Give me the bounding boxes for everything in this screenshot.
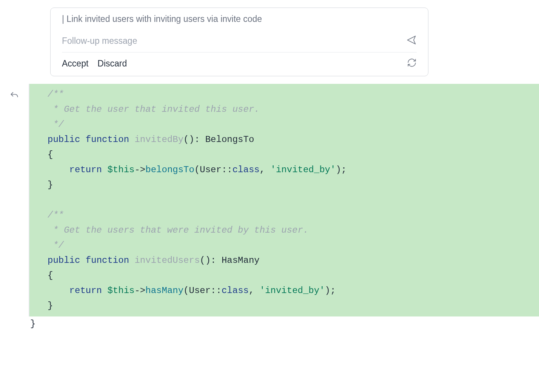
code-arrow: -> xyxy=(134,286,145,296)
code-string: 'invited_by' xyxy=(260,286,325,296)
send-icon[interactable] xyxy=(406,35,417,47)
code-typename: HasMany xyxy=(222,255,260,265)
code-punct: , xyxy=(260,165,271,175)
code-punct: : xyxy=(211,255,216,265)
code-punct: ); xyxy=(336,165,346,175)
followup-row xyxy=(62,35,417,47)
code-comment: * Get the user that invited this user. xyxy=(48,104,260,114)
code-comment: * Get the users that were invited by thi… xyxy=(48,225,308,235)
code-punct: :: xyxy=(211,286,222,296)
code-keyword: public xyxy=(48,255,80,265)
action-row: Accept Discard xyxy=(62,58,417,69)
closing-brace: } xyxy=(30,316,539,332)
user-prompt-text: | Link invited users with inviting users… xyxy=(62,14,417,24)
code-variable: $this xyxy=(107,165,134,175)
code-punct: : xyxy=(194,134,200,145)
added-code-block[interactable]: /** * Get the user that invited this use… xyxy=(29,84,539,316)
code-punct: () xyxy=(183,134,194,145)
code-method: belongsTo xyxy=(145,165,194,175)
code-keyword: function xyxy=(86,134,129,145)
code-punct: , xyxy=(249,286,260,296)
code-variable: $this xyxy=(107,286,134,296)
code-comment: /** xyxy=(48,89,64,99)
code-typename: User xyxy=(200,165,222,175)
code-punct: ( xyxy=(194,165,200,175)
code-punct: ); xyxy=(325,286,336,296)
code-funcname: invitedBy xyxy=(134,134,183,145)
code-comment: */ xyxy=(48,119,64,130)
code-brace: } xyxy=(48,180,53,190)
code-keyword: public xyxy=(48,134,80,145)
discard-button[interactable]: Discard xyxy=(97,59,127,69)
code-keyword: return xyxy=(69,286,102,296)
code-class: class xyxy=(222,286,249,296)
divider xyxy=(62,52,417,52)
gutter xyxy=(0,84,29,316)
ai-inline-panel: | Link invited users with inviting users… xyxy=(50,8,428,76)
code-class: class xyxy=(233,165,260,175)
code-typename: User xyxy=(189,286,211,296)
code-brace: { xyxy=(48,270,53,281)
undo-icon[interactable] xyxy=(9,91,19,316)
code-punct: () xyxy=(200,255,211,265)
code-punct: :: xyxy=(222,165,233,175)
code-brace: } xyxy=(48,301,53,311)
code-comment: */ xyxy=(48,240,64,250)
code-comment: /** xyxy=(48,210,64,220)
code-method: hasMany xyxy=(145,286,183,296)
followup-input[interactable] xyxy=(62,36,394,46)
code-arrow: -> xyxy=(134,165,145,175)
accept-button[interactable]: Accept xyxy=(62,59,88,69)
code-brace: { xyxy=(48,150,53,160)
code-typename: BelongsTo xyxy=(205,134,254,145)
code-funcname: invitedUsers xyxy=(134,255,200,265)
code-keyword: function xyxy=(86,255,129,265)
refresh-icon[interactable] xyxy=(407,58,417,69)
code-keyword: return xyxy=(69,165,102,175)
code-diff-area: /** * Get the user that invited this use… xyxy=(0,84,539,316)
code-string: 'invited_by' xyxy=(271,165,336,175)
code-punct: ( xyxy=(183,286,189,296)
